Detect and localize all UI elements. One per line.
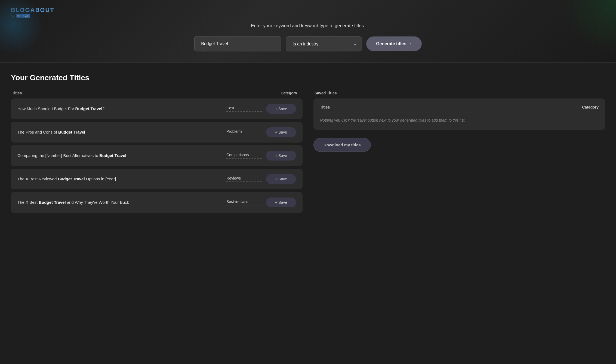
title-row: The Pros and Cons of Budget Travel Probl… — [11, 122, 303, 143]
title-text-1: The Pros and Cons of Budget Travel — [17, 129, 222, 135]
logo-by: by IMPACT — [11, 14, 605, 18]
download-titles-button[interactable]: Download my titles — [313, 138, 371, 152]
save-button-2[interactable]: + Save — [266, 151, 296, 161]
header: BLOGABOUT by IMPACT Enter your keyword a… — [0, 0, 616, 63]
category-text-2: Comparisons — [226, 153, 262, 159]
keyword-input[interactable] — [194, 36, 281, 51]
title-text-0: How Much Should I Budget For Budget Trav… — [17, 106, 222, 112]
title-row: The X Best Budget Travel and Why They're… — [11, 192, 303, 213]
category-text-0: Cost — [226, 106, 262, 112]
impact-badge: IMPACT — [16, 14, 30, 18]
category-text-4: Best-in-class — [226, 199, 262, 205]
col-header-titles: Titles — [12, 91, 276, 95]
logo-area: BLOGABOUT by IMPACT — [11, 7, 605, 18]
title-text-4: The X Best Budget Travel and Why They're… — [17, 199, 222, 206]
section-title: Your Generated Titles — [11, 73, 605, 82]
title-text-3: The X Best Reviewed Budget Travel Option… — [17, 176, 222, 182]
save-button-0[interactable]: + Save — [266, 104, 296, 114]
save-button-1[interactable]: + Save — [266, 127, 296, 137]
col-header-category: Category — [281, 91, 297, 95]
saved-panel: Saved Titles Titles Category Nothing yet… — [313, 91, 605, 215]
generate-titles-button[interactable]: Generate titles → — [366, 36, 422, 51]
saved-col-header-titles: Titles — [320, 105, 330, 109]
saved-box: Titles Category Nothing yet! Click the '… — [313, 98, 605, 130]
title-text-2: Comparing the [Number] Best Alternatives… — [17, 153, 222, 159]
logo-part2: ABOUT — [30, 7, 54, 13]
logo: BLOGABOUT — [11, 7, 605, 14]
save-button-3[interactable]: + Save — [266, 174, 296, 184]
category-text-3: Reviews — [226, 176, 262, 182]
header-center: Enter your keyword and keyword type to g… — [11, 23, 605, 29]
titles-panel: Titles Category How Much Should I Budget… — [11, 91, 303, 215]
save-button-4[interactable]: + Save — [266, 198, 296, 207]
title-row: Comparing the [Number] Best Alternatives… — [11, 145, 303, 166]
titles-col-headers: Titles Category — [11, 91, 303, 95]
header-subtitle: Enter your keyword and keyword type to g… — [11, 23, 605, 29]
saved-col-headers: Titles Category — [320, 105, 599, 113]
title-row: The X Best Reviewed Budget Travel Option… — [11, 169, 303, 189]
dropdown-wrapper: Is an industry Is a product Is a service… — [286, 36, 362, 51]
logo-part1: BLOG — [11, 7, 30, 13]
keyword-type-select[interactable]: Is an industry Is a product Is a service… — [286, 36, 362, 51]
main-content: Your Generated Titles Titles Category Ho… — [0, 63, 616, 364]
category-text-1: Problems — [226, 129, 262, 135]
saved-col-header-category: Category — [582, 105, 599, 109]
saved-header: Saved Titles — [313, 91, 605, 95]
content-grid: Titles Category How Much Should I Budget… — [11, 91, 605, 215]
title-row: How Much Should I Budget For Budget Trav… — [11, 98, 303, 119]
header-controls: Is an industry Is a product Is a service… — [11, 36, 605, 51]
saved-empty-text: Nothing yet! Click the 'save' button nex… — [320, 117, 599, 123]
